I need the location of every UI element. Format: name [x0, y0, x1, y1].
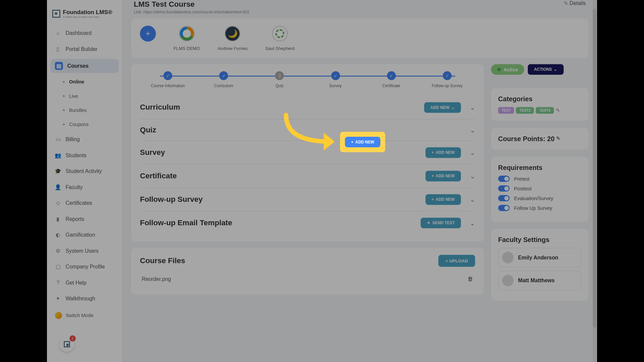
step-curriculum[interactable]: ✓Curriculum [196, 71, 252, 88]
chevron-down-icon: ⌄ [451, 105, 455, 110]
toggle-pretest[interactable] [498, 176, 509, 182]
nav-certificates[interactable]: ◇Certificates [51, 197, 119, 209]
logo-icon [52, 9, 60, 17]
company-icon: ▢ [55, 264, 61, 270]
check-icon: ✓ [219, 71, 228, 80]
switch-mode[interactable]: Switch Mode [51, 308, 119, 322]
delete-file-button[interactable]: 🗑 [468, 276, 473, 282]
nav-students[interactable]: 👥Students [51, 149, 119, 162]
step-num: 3 [275, 71, 284, 80]
avatar-andrew-icon: 🌙 [225, 26, 241, 42]
progress-steps: ✓Course Information ✓Curriculum 3Quiz ✓S… [140, 71, 475, 88]
sidebar: Foundation LMS® A better way to teach an… [47, 0, 122, 362]
add-quiz-button[interactable]: + ADD NEW [345, 137, 380, 147]
nav-student-activity[interactable]: 🎓Student Activity [51, 165, 119, 177]
sections-card: ✓Course Information ✓Curriculum 3Quiz ✓S… [131, 64, 484, 241]
help-icon: ? [55, 280, 61, 286]
send-test-button[interactable]: ✈ SEND TEST [421, 218, 461, 228]
toggle-evaluation[interactable] [498, 195, 509, 201]
nav-system-users[interactable]: ⚙System Users [51, 245, 119, 257]
nav-reports[interactable]: ▮Reports [51, 213, 119, 225]
nav-company-profile[interactable]: ▢Company Profile [51, 260, 119, 273]
nav-walkthrough[interactable]: ✦Walkthrough [51, 293, 119, 305]
chat-bubble[interactable]: 2 [59, 337, 74, 352]
nav-portal-builder[interactable]: ▯Portal Builder [51, 43, 119, 55]
edit-categories[interactable]: ✎ [556, 108, 560, 113]
expand-curriculum[interactable]: ⌄ [470, 104, 475, 111]
step-certificate[interactable]: ✓Certificate [363, 71, 419, 88]
nav-faculty[interactable]: 👤Faculty [51, 181, 119, 193]
step-course-info[interactable]: ✓Course Information [140, 71, 196, 88]
logo-name: Foundation LMS® [63, 9, 112, 15]
category-tag[interactable]: TEST [498, 107, 514, 114]
category-tag[interactable]: TEST2 [516, 107, 534, 114]
nav-courses-online[interactable]: Online [51, 76, 119, 87]
build-icon: ▯ [55, 46, 61, 52]
step-survey[interactable]: ✓Survey [308, 71, 364, 88]
avatar-item[interactable]: FLMS DEMO [174, 26, 200, 51]
edit-points[interactable]: ✎ [556, 136, 560, 141]
avatar-icon [502, 252, 514, 263]
details-button[interactable]: ✎Details [564, 0, 586, 6]
scrollbar[interactable] [593, 0, 597, 362]
step-followup[interactable]: ✓Follow-up Survey [419, 71, 475, 88]
nav-courses[interactable]: ▤Courses [51, 59, 119, 73]
nav-gamification[interactable]: ◐Gamification [51, 229, 119, 241]
expand-email[interactable]: ⌄ [470, 220, 475, 227]
avatar-item[interactable]: 🌙 Andrew Furnes [218, 26, 248, 51]
expand-followup[interactable]: ⌄ [470, 196, 475, 203]
expand-quiz[interactable]: ⌄ [470, 127, 475, 134]
add-certificate-button[interactable]: + ADD NEW [425, 171, 461, 182]
nav-courses-bundles[interactable]: Bundles [51, 105, 119, 116]
main-content: LMS Test Course Link: https://demo.found… [122, 0, 597, 362]
bullet-icon [63, 109, 65, 111]
section-quiz: Quiz ⌄ [140, 119, 475, 141]
check-icon: ✓ [331, 71, 340, 80]
add-instructor[interactable]: + [140, 26, 156, 46]
faculty-row[interactable]: Emily Anderson [498, 248, 581, 267]
bullet-icon [63, 95, 65, 97]
add-survey-button[interactable]: + ADD NEW [425, 147, 461, 158]
upload-button[interactable]: + UPLOAD [438, 255, 475, 267]
actions-button[interactable]: ACTIONS ⌄ [528, 64, 564, 75]
points-card: Course Points: 20 ✎ [491, 128, 588, 149]
group-icon: 👥 [55, 152, 61, 158]
bullet-icon [63, 81, 65, 83]
nav-billing[interactable]: ▭Billing [51, 133, 119, 145]
nav-dashboard[interactable]: ⌂Dashboard [51, 27, 119, 40]
course-title: LMS Test Course [134, 0, 250, 9]
chat-badge: 2 [69, 336, 75, 342]
expand-survey[interactable]: ⌄ [470, 149, 475, 156]
files-heading: Course Files [140, 256, 185, 265]
nav-courses-live[interactable]: Live [51, 91, 119, 102]
home-icon: ⌂ [55, 30, 61, 36]
add-curriculum-button[interactable]: ADD NEW ⌄ [424, 102, 461, 113]
admin-icon: ⚙ [55, 248, 61, 254]
avatar-icon [502, 275, 514, 286]
toggle-followup[interactable] [498, 205, 509, 211]
req-posttest: Posttest [498, 185, 581, 191]
file-row: Reorder.png 🗑 [140, 270, 475, 288]
check-icon: ✓ [443, 71, 451, 80]
sun-icon [55, 312, 62, 319]
req-pretest: Pretest [498, 176, 581, 182]
faculty-row[interactable]: Matt Matthews [498, 271, 581, 290]
category-tag[interactable]: TEST4 [536, 107, 554, 114]
avatar-item[interactable]: Saul Shepherd [265, 26, 294, 51]
req-evaluation: Evaluation/Survey [498, 195, 581, 201]
plus-icon: + [432, 150, 434, 155]
add-followup-button[interactable]: + ADD NEW [425, 194, 461, 205]
expand-certificate[interactable]: ⌄ [470, 173, 475, 180]
send-icon: ✈ [427, 221, 431, 225]
chevron-down-icon: ⌄ [554, 67, 557, 72]
person-icon: 👤 [55, 184, 61, 190]
toggle-posttest[interactable] [498, 185, 509, 191]
requirements-card: Requirements Pretest Posttest Evaluation… [491, 157, 588, 222]
scrollbar-thumb[interactable] [593, 9, 597, 327]
walk-icon: ✦ [55, 296, 61, 302]
nav-courses-coupons[interactable]: Coupons [51, 119, 119, 130]
step-quiz[interactable]: 3Quiz [252, 71, 308, 88]
status-pill[interactable]: Active [491, 64, 524, 75]
cert-icon: ◇ [55, 200, 61, 206]
nav-get-help[interactable]: ?Get Help [51, 277, 119, 289]
